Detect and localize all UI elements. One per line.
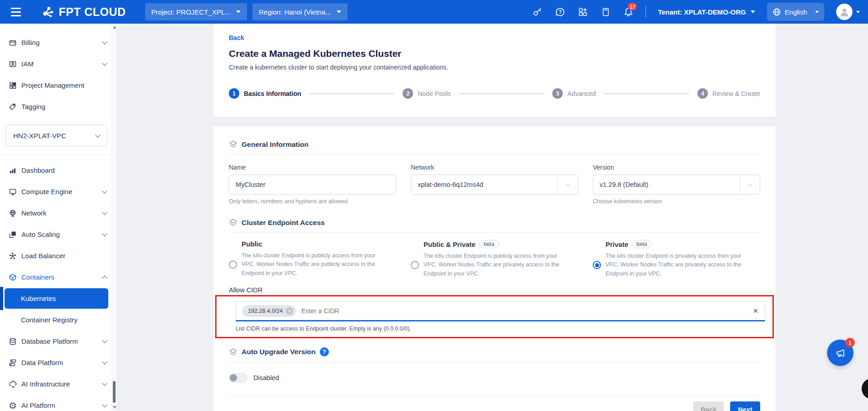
version-select[interactable]: v1.29.8 (Default) <box>593 175 760 195</box>
name-label: Name <box>229 164 396 171</box>
scroll-up-icon[interactable] <box>113 26 116 29</box>
auto-upgrade-toggle[interactable] <box>229 373 247 382</box>
language-selector[interactable]: English <box>767 3 824 21</box>
docs-icon[interactable] <box>600 6 611 17</box>
hamburger-menu-icon[interactable] <box>11 5 25 19</box>
network-select[interactable]: xplat-demo-6q12ms4d <box>411 175 578 195</box>
help-icon[interactable]: ? <box>320 347 329 356</box>
layers-icon <box>229 140 237 149</box>
chevron-down-icon <box>102 60 107 65</box>
chip-remove-icon[interactable]: ✕ <box>286 307 293 315</box>
sidebar-item-auto-scaling[interactable]: Auto Scaling <box>0 224 116 245</box>
radio-public-private[interactable] <box>411 261 419 269</box>
vpc-selector[interactable]: HN2-XPLAT-VPC <box>5 125 107 146</box>
scrollbar-thumb[interactable] <box>113 381 116 403</box>
sidebar-item-containers[interactable]: Containers <box>0 266 116 288</box>
step-node-pools[interactable]: 2 Node Pools <box>403 88 450 99</box>
section-general-information: General Information <box>229 126 760 149</box>
cube-icon <box>8 273 17 281</box>
sidebar-item-project-management[interactable]: Project Management <box>0 75 116 96</box>
network-label: Network <box>411 164 578 171</box>
back-link[interactable]: Back <box>229 34 244 41</box>
logo-text: FPT CLOUD <box>59 5 126 19</box>
cidr-input-field[interactable]: 192.28.4.0/24 ✕ ✕ <box>236 301 765 321</box>
sidebar-item-dashboard[interactable]: Dashboard <box>0 160 116 181</box>
back-button[interactable]: Back <box>693 401 724 411</box>
chevron-down-icon <box>102 39 107 44</box>
chevron-down-icon <box>815 11 819 13</box>
notification-badge: 17 <box>628 3 637 10</box>
chevron-down-icon <box>95 132 100 137</box>
version-label: Version <box>593 164 760 171</box>
sidebar-item-billing[interactable]: Billing <box>0 32 116 53</box>
step-advanced[interactable]: 3 Advanced <box>552 88 595 99</box>
clear-input-icon[interactable]: ✕ <box>752 307 758 315</box>
support-chat-icon[interactable]: ? <box>555 6 565 17</box>
field-version: Version v1.29.8 (Default) Choose kuberne… <box>593 164 760 205</box>
megaphone-icon <box>834 347 846 359</box>
chevron-down-icon <box>102 210 107 215</box>
name-input[interactable] <box>229 175 396 195</box>
servers-icon <box>8 358 17 367</box>
sidebar-item-database-platform[interactable]: Database Platform <box>0 331 116 352</box>
page-header-card: Back Create a Managed Kubernetes Cluster… <box>213 24 776 117</box>
region-selector[interactable]: Region: Hanoi (Vietna... <box>252 3 348 20</box>
avatar <box>836 4 853 20</box>
sidebar-item-container-registry[interactable]: Container Registry <box>0 309 116 331</box>
sidebar-item-kubernetes[interactable]: Kubernetes <box>5 288 108 309</box>
step-review-create[interactable]: 4 Review & Create <box>697 88 760 99</box>
chevron-down-icon <box>236 10 241 13</box>
id-card-icon <box>8 60 17 68</box>
step-connector <box>459 93 544 94</box>
chevron-down-icon <box>102 188 107 193</box>
sidebar: Billing IAM Project Management Tagging H… <box>0 24 117 411</box>
next-button[interactable]: Next <box>730 401 760 411</box>
layers-icon <box>8 230 17 239</box>
beta-badge: beta <box>479 240 499 248</box>
scroll-down-icon[interactable] <box>113 406 116 409</box>
cidr-text-input[interactable] <box>301 307 752 315</box>
chevron-down-icon <box>337 10 341 13</box>
chevron-up-icon <box>102 276 107 281</box>
section-divider <box>229 232 760 233</box>
tag-icon <box>8 102 17 111</box>
announcements-button[interactable]: 1 <box>827 340 853 366</box>
endpoint-option-private: Private beta The k8s cluster Endpoint is… <box>593 240 760 278</box>
sidebar-item-iam[interactable]: IAM <box>0 53 116 75</box>
key-icon[interactable] <box>532 6 543 17</box>
bell-icon[interactable]: 17 <box>623 6 634 17</box>
beta-badge: beta <box>632 240 651 248</box>
tenant-selector[interactable]: Tenant: XPLAT-DEMO-ORG <box>658 8 755 16</box>
chevron-down-icon <box>558 175 578 194</box>
allow-cidr-label: Allow CIDR <box>229 286 760 294</box>
toggle-label: Disabled <box>253 374 279 381</box>
chevron-down-icon <box>856 11 860 13</box>
user-menu[interactable] <box>836 4 860 20</box>
sidebar-item-tagging[interactable]: Tagging <box>0 96 116 117</box>
radio-public[interactable] <box>229 261 237 269</box>
sidebar-item-load-balancer[interactable]: Load Balancer <box>0 245 116 266</box>
svg-text:?: ? <box>559 9 562 15</box>
step-basics-information[interactable]: 1 Basics Information <box>229 88 301 99</box>
form-card: General Information Name Only letters, n… <box>213 126 776 411</box>
fpt-logo-mark-icon <box>41 5 55 18</box>
fpt-cloud-logo: FPT CLOUD <box>41 5 126 19</box>
sidebar-item-ai-infrastructure[interactable]: AI Infrastructure <box>0 373 116 395</box>
page-subtitle: Create a kubernetes cluster to start dep… <box>229 64 760 71</box>
sidebar-item-ai-platform[interactable]: AI AI Platform <box>0 395 116 411</box>
project-selector[interactable]: Project: PROJECT_XPL... <box>145 3 247 20</box>
apps-grid-icon[interactable] <box>577 6 588 17</box>
version-helper: Choose kubernetes version <box>593 198 760 205</box>
sidebar-item-network[interactable]: Network <box>0 202 116 224</box>
chevron-down-icon <box>102 338 107 343</box>
chevron-down-icon <box>102 381 107 386</box>
sidebar-scrollbar[interactable] <box>111 24 116 411</box>
layers-icon <box>229 218 237 227</box>
monitor-icon <box>8 187 17 196</box>
sidebar-item-compute-engine[interactable]: Compute Engine <box>0 181 116 202</box>
radio-private[interactable] <box>593 261 601 269</box>
cidr-helper: List CIDR can be access to Endpoint clus… <box>236 326 765 332</box>
field-network: Network xplat-demo-6q12ms4d <box>411 164 578 205</box>
sidebar-item-data-platform[interactable]: Data Platform <box>0 352 116 373</box>
section-divider <box>229 362 760 362</box>
